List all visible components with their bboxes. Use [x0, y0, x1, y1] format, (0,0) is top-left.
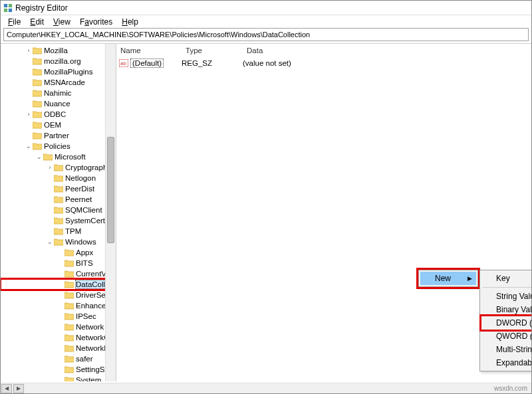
tree-item[interactable]: Nuance [1, 98, 116, 109]
context-submenu-new[interactable]: Key String Value Binary Value DWORD (32-… [479, 270, 532, 371]
tree-item[interactable]: Partner [1, 130, 116, 141]
tree-item[interactable]: NetworkCo [1, 332, 116, 343]
tree-item[interactable]: ›Cryptography [1, 162, 116, 173]
menu-edit[interactable]: Edit [25, 17, 49, 27]
ctx-separator [483, 287, 532, 288]
folder-icon [65, 291, 74, 299]
folder-icon [33, 78, 42, 86]
expand-icon[interactable]: › [25, 47, 33, 54]
folder-icon [54, 195, 63, 203]
folder-icon [65, 259, 74, 267]
tree-item-label: TPM [65, 227, 81, 235]
value-list-panel: Name Type Data ab (Default) REG_SZ (valu… [116, 44, 531, 381]
tree-item[interactable]: Appx [1, 247, 116, 258]
tree-item[interactable]: Peernet [1, 194, 116, 205]
tree-item[interactable]: System [1, 375, 116, 381]
folder-icon [65, 376, 74, 381]
tree-item-label: Policies [44, 142, 70, 150]
ctx-string-value[interactable]: String Value [481, 290, 532, 303]
ctx-binary-value[interactable]: Binary Value [481, 303, 532, 316]
menu-help[interactable]: Help [117, 17, 143, 27]
folder-icon [33, 121, 42, 129]
tree-item[interactable]: MSNArcade [1, 77, 116, 88]
collapse-icon[interactable]: ⌄ [35, 153, 43, 160]
col-type[interactable]: Type [182, 47, 243, 54]
ctx-new[interactable]: New ▶ [420, 272, 476, 285]
menu-favorites[interactable]: Favorites [75, 17, 117, 27]
tree-item-label: MozillaPlugins [44, 68, 93, 76]
tree-item[interactable]: EnhancedS [1, 300, 116, 311]
folder-icon [33, 132, 42, 140]
tree-item[interactable]: OEM [1, 120, 116, 130]
svg-rect-2 [4, 8, 7, 11]
registry-tree[interactable]: ›Mozillamozilla.orgMozillaPluginsMSNArca… [1, 44, 116, 381]
tree-item[interactable]: SettingSync [1, 364, 116, 375]
folder-icon [65, 280, 74, 288]
context-menu[interactable]: New ▶ [418, 270, 478, 287]
tree-item[interactable]: ⌄Microsoft [1, 151, 116, 162]
tree-item[interactable]: SQMClient [1, 205, 116, 215]
tree-item[interactable]: ⌄Windows [1, 237, 116, 247]
tree-item[interactable]: DataCollect [1, 279, 116, 290]
tree-item-label: OEM [44, 121, 61, 129]
expand-icon[interactable]: › [46, 164, 54, 171]
menu-file[interactable]: File [3, 17, 25, 27]
tree-item[interactable]: ⌄Policies [1, 141, 116, 151]
folder-icon [33, 57, 42, 65]
svg-rect-3 [9, 8, 12, 11]
tree-item[interactable]: NetworkPro [1, 343, 116, 353]
ctx-key[interactable]: Key [481, 272, 532, 285]
tree-item[interactable]: mozilla.org [1, 56, 116, 66]
folder-icon [65, 312, 74, 320]
col-name[interactable]: Name [116, 47, 182, 54]
tree-item[interactable]: PeerDist [1, 183, 116, 194]
tree-item[interactable]: CurrentVers [1, 268, 116, 279]
value-data: (value not set) [243, 59, 531, 67]
tree-item-label: PeerDist [65, 185, 94, 193]
list-row[interactable]: ab (Default) REG_SZ (value not set) [116, 57, 531, 68]
tree-item[interactable]: Netlogon [1, 173, 116, 183]
tree-item-label: ODBC [44, 110, 66, 118]
svg-text:ab: ab [120, 60, 126, 66]
tree-item-label: SQMClient [65, 206, 102, 214]
tree-item-label: Nahimic [44, 89, 72, 97]
ctx-expandstring-value[interactable]: Expandable String Value [481, 356, 532, 369]
ctx-multistring-value[interactable]: Multi-String Value [481, 343, 532, 356]
address-bar[interactable]: Computer\HKEY_LOCAL_MACHINE\SOFTWARE\Pol… [3, 28, 529, 41]
folder-icon [65, 323, 74, 331]
expand-icon[interactable]: › [25, 111, 33, 118]
watermark: wsxdn.com [494, 385, 527, 392]
ctx-qword-value[interactable]: QWORD (64-bit) Value [481, 330, 532, 343]
tree-item[interactable]: Network Co [1, 322, 116, 332]
col-data[interactable]: Data [243, 47, 531, 54]
tree-item[interactable]: DriverSearc [1, 290, 116, 300]
tree-item[interactable]: ›Mozilla [1, 45, 116, 56]
horizontal-scrollbar[interactable]: ◀ ▶ [1, 383, 531, 393]
ctx-dword-value[interactable]: DWORD (32-bit) Value [481, 316, 532, 330]
tree-item[interactable]: ›ODBC [1, 109, 116, 120]
tree-item-label: Peernet [65, 195, 92, 203]
folder-icon [33, 110, 42, 118]
folder-icon [54, 206, 63, 214]
collapse-icon[interactable]: ⌄ [25, 143, 33, 149]
menu-view[interactable]: View [49, 17, 75, 27]
tree-item[interactable]: IPSec [1, 311, 116, 322]
collapse-icon[interactable]: ⌄ [46, 239, 54, 245]
tree-item[interactable]: Nahimic [1, 88, 116, 98]
menu-bar: File Edit View Favorites Help [1, 15, 531, 28]
folder-icon [33, 68, 42, 76]
tree-item[interactable]: BITS [1, 258, 116, 268]
tree-item-label: IPSec [76, 312, 96, 320]
tree-item[interactable]: TPM [1, 226, 116, 237]
tree-item[interactable]: SystemCertific [1, 215, 116, 226]
folder-icon [54, 185, 63, 193]
tree-item[interactable]: MozillaPlugins [1, 66, 116, 77]
hscroll-left-button[interactable]: ◀ [1, 384, 12, 393]
tree-scrollbar[interactable] [105, 44, 116, 381]
folder-icon [33, 100, 42, 108]
folder-icon [65, 355, 74, 363]
folder-icon [43, 153, 53, 161]
hscroll-right-button[interactable]: ▶ [13, 384, 24, 393]
tree-item[interactable]: safer [1, 353, 116, 364]
tree-scrollbar-thumb[interactable] [107, 137, 114, 243]
